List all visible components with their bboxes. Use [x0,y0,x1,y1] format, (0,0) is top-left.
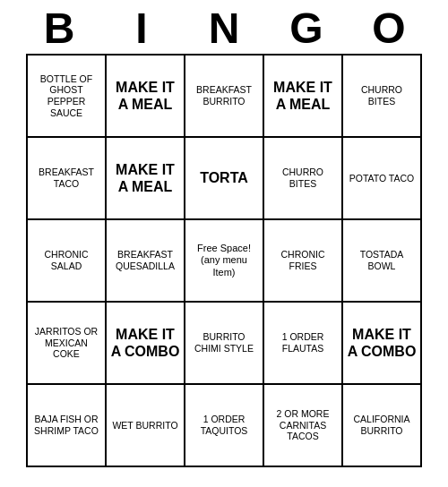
bingo-cell-23: 2 OR MORE CARNITAS TACOS [264,385,343,467]
bingo-cell-2: BREAKFAST BURRITO [185,56,264,138]
bingo-cell-13: CHRONIC FRIES [264,220,343,303]
bingo-cell-8: CHURRO BITES [264,138,343,220]
bingo-cell-20: BAJA FISH OR SHRIMP TACO [28,385,107,467]
letter-n: N [185,7,263,50]
letter-i: I [102,7,181,50]
bingo-header: B I N G O [18,7,430,50]
bingo-cell-21: WET BURRITO [107,385,185,467]
bingo-cell-6: MAKE IT A MEAL [107,138,185,220]
bingo-cell-4: CHURRO BITES [343,56,422,138]
bingo-grid: BOTTLE OF GHOST PEPPER SAUCEMAKE IT A ME… [26,54,422,467]
letter-b: B [20,7,99,50]
bingo-cell-10: CHRONIC SALAD [28,220,107,303]
letter-g: G [267,7,346,50]
bingo-cell-17: BURRITO CHIMI STYLE [185,303,264,385]
bingo-cell-7: TORTA [185,138,264,220]
bingo-cell-22: 1 ORDER TAQUITOS [185,385,264,467]
bingo-cell-16: MAKE IT A COMBO [107,303,185,385]
bingo-cell-3: MAKE IT A MEAL [264,56,343,138]
bingo-cell-15: JARRITOS OR MEXICAN COKE [28,303,107,385]
bingo-cell-1: MAKE IT A MEAL [107,56,185,138]
bingo-cell-5: BREAKFAST TACO [28,138,107,220]
bingo-cell-19: MAKE IT A COMBO [343,303,422,385]
bingo-cell-24: CALIFORNIA BURRITO [343,385,422,467]
bingo-cell-14: TOSTADA BOWL [343,220,422,303]
bingo-cell-12: Free Space! (any menu Item) [185,220,264,303]
letter-o: O [349,7,428,50]
bingo-cell-9: POTATO TACO [343,138,422,220]
bingo-cell-18: 1 ORDER FLAUTAS [264,303,343,385]
bingo-cell-0: BOTTLE OF GHOST PEPPER SAUCE [28,56,107,138]
bingo-cell-11: BREAKFAST QUESADILLA [107,220,185,303]
